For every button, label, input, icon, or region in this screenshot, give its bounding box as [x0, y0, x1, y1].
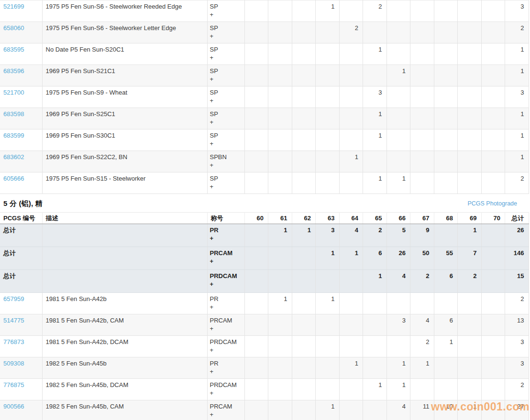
grade-count-cell: [410, 65, 434, 86]
designation-cell: SP+: [207, 65, 244, 86]
designation-label: SP: [210, 45, 243, 54]
grade-count-cell: [363, 22, 387, 43]
grade-count-cell: 6: [434, 314, 458, 336]
grade-count-cell: [386, 151, 410, 172]
grade-count-cell: [458, 314, 482, 336]
grade-count-cell: [434, 43, 458, 65]
designation-cell: PRCAM+: [207, 247, 244, 270]
grade-count-cell: [292, 336, 316, 357]
pcgs-number-link[interactable]: 683598: [3, 110, 24, 118]
pcgs-number-link[interactable]: 683596: [3, 67, 24, 75]
designation-plus: +: [210, 346, 243, 354]
pcgs-number-cell: 683599: [0, 129, 42, 151]
grade-count-cell: [434, 357, 458, 379]
grade-count-cell: [386, 86, 410, 108]
grade-count-cell: [316, 43, 340, 65]
grade-count-cell: [316, 65, 340, 86]
pcgs-number-link[interactable]: 683595: [3, 46, 24, 53]
coin-description: 1969 P5 Fen Sun-S25C1: [42, 108, 207, 129]
pcgs-number-link[interactable]: 776873: [3, 338, 24, 345]
grade-count-cell: [410, 172, 434, 194]
grade-count-cell: [458, 151, 482, 172]
grade-count-cell: [244, 172, 268, 194]
designation-plus: +: [210, 234, 243, 242]
designation-label: PR: [210, 359, 243, 367]
grade-count-cell: 4: [386, 400, 410, 420]
pcgs-number-cell: 514775: [0, 314, 42, 336]
grade-count-cell: [292, 379, 316, 400]
grade-count-cell: [268, 357, 292, 379]
grade-count-cell: 2: [339, 22, 363, 43]
grade-count-cell: [458, 0, 482, 22]
table-row: 总计PRDCAM+1426215: [0, 270, 529, 293]
grade-count-cell: 2: [363, 224, 387, 247]
grade-count-cell: [268, 86, 292, 108]
total-count-cell: 1: [505, 108, 529, 129]
grade-count-cell: [458, 22, 482, 43]
designation-plus: +: [210, 410, 243, 419]
grade-count-cell: [244, 357, 268, 379]
pcgs-number-link[interactable]: 683599: [3, 132, 24, 139]
grade-count-cell: [481, 224, 505, 247]
pcgs-number-link[interactable]: 683602: [3, 153, 24, 161]
header-grade-70: 70: [481, 213, 505, 224]
header-grade-61: 61: [268, 213, 292, 224]
coin-description: 1981 5 Fen Sun-A42b, CAM: [42, 314, 207, 336]
designation-label: PRDCAM: [210, 338, 243, 346]
grade-count-cell: [458, 172, 482, 194]
header-pcgs-number: PCGS 编号: [0, 213, 42, 224]
grade-count-cell: [410, 293, 434, 314]
pcgs-number-link[interactable]: 605666: [3, 175, 24, 182]
designation-plus: +: [210, 97, 243, 105]
grade-count-cell: 1: [410, 357, 434, 379]
grade-count-cell: 26: [386, 247, 410, 270]
section-header: 5 分 (铝), 精 PCGS Photograde: [0, 197, 529, 210]
pcgs-number-link[interactable]: 509308: [3, 360, 24, 367]
pcgs-number-link[interactable]: 521699: [3, 3, 24, 10]
grade-count-cell: [339, 400, 363, 420]
grade-count-cell: [481, 86, 505, 108]
designation-label: PRDCAM: [210, 272, 243, 280]
grade-count-cell: 1: [434, 336, 458, 357]
grade-count-cell: 1: [363, 43, 387, 65]
grade-count-cell: [316, 336, 340, 357]
pcgs-number-link[interactable]: 900566: [3, 403, 24, 410]
designation-plus: +: [210, 75, 243, 83]
designation-label: SP: [210, 131, 243, 140]
grade-count-cell: [244, 151, 268, 172]
total-count-cell: 146: [505, 247, 529, 270]
grade-count-cell: [481, 247, 505, 270]
grade-count-cell: 6: [434, 270, 458, 293]
total-count-cell: 3: [505, 0, 529, 22]
grade-count-cell: 1: [363, 129, 387, 151]
grade-count-cell: 1: [386, 357, 410, 379]
grade-count-cell: [316, 270, 340, 293]
pcgs-number-link[interactable]: 658060: [3, 24, 24, 32]
pcgs-number-link[interactable]: 776875: [3, 381, 24, 388]
pcgs-photograde-link[interactable]: PCGS Photograde: [467, 200, 529, 207]
grade-count-cell: 1: [316, 400, 340, 420]
grade-count-cell: [434, 293, 458, 314]
table-row: 6836021969 P5 Fen Sun-S22C2, BNSPBN+11: [0, 151, 529, 172]
grade-count-cell: [292, 65, 316, 86]
grade-count-cell: [363, 293, 387, 314]
total-count-cell: 1: [505, 151, 529, 172]
pcgs-number-link[interactable]: 514775: [3, 317, 24, 324]
grade-count-cell: [292, 108, 316, 129]
grade-count-cell: [434, 0, 458, 22]
grade-count-cell: [316, 129, 340, 151]
grade-count-cell: [244, 108, 268, 129]
table-row: 6580601975 P5 Fen Sun-S6 - Steelworker L…: [0, 22, 529, 43]
designation-label: SP: [210, 2, 243, 11]
pcgs-number-link[interactable]: 521700: [3, 89, 24, 96]
designation-cell: SP+: [207, 22, 244, 43]
grade-count-cell: 3: [316, 224, 340, 247]
coin-description: 1975 P5 Fen Sun-S9 - Wheat: [42, 86, 207, 108]
pcgs-number-cell: 683602: [0, 151, 42, 172]
pcgs-number-link[interactable]: 657959: [3, 295, 24, 302]
grade-count-cell: [244, 129, 268, 151]
designation-cell: PRDCAM+: [207, 379, 244, 400]
grade-count-cell: [268, 172, 292, 194]
grade-count-cell: [458, 108, 482, 129]
grade-count-cell: [244, 336, 268, 357]
